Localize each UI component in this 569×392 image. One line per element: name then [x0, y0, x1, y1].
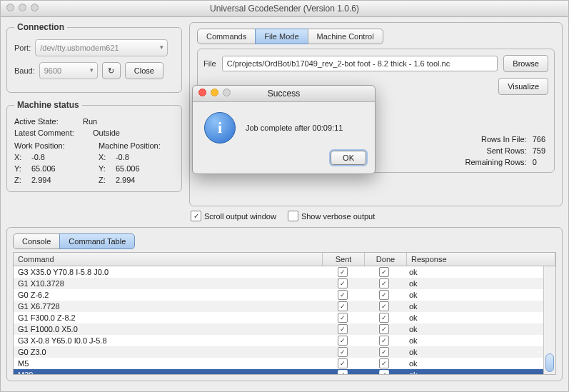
table-body: G3 X35.0 Y70.8 I-5.8 J0.0✓✓okG1 X10.3728… [14, 266, 543, 374]
checkbox-unchecked-icon [288, 211, 298, 221]
check-icon: ✓ [379, 290, 389, 300]
cell-response: ok [405, 358, 543, 368]
tab-console[interactable]: Console [13, 233, 60, 249]
verbose-output-label: Show verbose output [301, 212, 375, 221]
dialog-close-icon[interactable] [198, 89, 206, 96]
top-tabs: Commands File Mode Machine Control [197, 29, 555, 44]
cell-response: ok [405, 370, 543, 374]
machine-position-label: Machine Position: [99, 141, 174, 150]
table-row[interactable]: G0 Z3.0✓✓ok [14, 346, 543, 358]
zoom-window-icon[interactable] [31, 4, 39, 11]
tab-command-table[interactable]: Command Table [59, 233, 135, 249]
vertical-scrollbar[interactable] [543, 266, 555, 374]
sent-rows-value: 759 [533, 146, 545, 155]
connection-panel: Connection Port: /dev/tty.usbmodem621 ▾ … [6, 22, 182, 93]
scroll-output-label: Scroll output window [204, 212, 276, 221]
check-icon: ✓ [338, 370, 348, 374]
cell-response: ok [405, 267, 543, 277]
port-select[interactable]: /dev/tty.usbmodem621 ▾ [35, 39, 168, 56]
info-icon: i [204, 112, 236, 144]
tab-machine-control[interactable]: Machine Control [308, 29, 383, 44]
content-area: Connection Port: /dev/tty.usbmodem621 ▾ … [1, 16, 568, 391]
titlebar: Universal GcodeSender (Version 1.0.6) [1, 1, 568, 17]
connection-legend: Connection [14, 22, 67, 32]
scrollbar-thumb[interactable] [545, 353, 554, 372]
cell-command: G0 Z3.0 [14, 347, 322, 357]
cell-sent: ✓ [322, 358, 363, 369]
cell-command: G3 X-0.8 Y65.0 I0.0 J-5.8 [14, 336, 322, 346]
check-icon: ✓ [338, 278, 348, 288]
cell-sent: ✓ [322, 335, 363, 346]
cell-command: G1 F300.0 Z-8.2 [14, 313, 322, 323]
window-title: Universal GcodeSender (Version 1.0.6) [1, 4, 568, 14]
sent-rows-label: Sent Rows: [465, 146, 526, 155]
check-icon: ✓ [338, 347, 348, 357]
dialog-ok-button[interactable]: OK [331, 151, 366, 165]
refresh-button[interactable]: ↻ [102, 62, 121, 79]
verbose-output-checkbox[interactable]: Show verbose output [288, 211, 375, 221]
table-row[interactable]: G3 X35.0 Y70.8 I-5.8 J0.0✓✓ok [14, 266, 543, 278]
browse-button[interactable]: Browse [503, 55, 548, 72]
th-done[interactable]: Done [365, 253, 407, 266]
main-window: Universal GcodeSender (Version 1.0.6) Co… [0, 0, 569, 392]
check-icon: ✓ [379, 347, 389, 357]
cell-done: ✓ [363, 289, 405, 301]
th-response[interactable]: Response [407, 253, 555, 266]
cell-command: G1 X6.7728 [14, 301, 322, 311]
th-sent[interactable]: Sent [323, 253, 365, 266]
th-command[interactable]: Command [14, 253, 323, 266]
table-row[interactable]: M5✓✓ok [14, 358, 543, 369]
check-icon: ✓ [338, 301, 348, 311]
scroll-output-checkbox[interactable]: ✓ Scroll output window [191, 211, 276, 221]
remaining-rows-value: 0 [533, 158, 545, 166]
dialog-titlebar: Success [193, 86, 375, 102]
mach-y-label: Y: [99, 164, 111, 173]
cell-command: G3 X35.0 Y70.8 I-5.8 J0.0 [14, 267, 322, 277]
cell-response: ok [405, 290, 543, 300]
visualize-button[interactable]: Visualize [498, 78, 548, 95]
cell-response: ok [405, 324, 543, 334]
dialog-minimize-icon[interactable] [211, 89, 218, 96]
check-icon: ✓ [338, 358, 348, 368]
dialog-message: Job complete after 00:09:11 [246, 124, 343, 132]
cell-sent: ✓ [322, 266, 363, 278]
check-icon: ✓ [338, 267, 348, 277]
table-row[interactable]: G1 F1000.0 X5.0✓✓ok [14, 323, 543, 335]
work-y: 65.006 [31, 164, 56, 173]
table-row[interactable]: G0 Z-6.2✓✓ok [14, 289, 543, 301]
table-row[interactable]: G3 X-0.8 Y65.0 I0.0 J-5.8✓✓ok [14, 335, 543, 346]
bottom-tabs: Console Command Table [13, 233, 556, 249]
tab-commands[interactable]: Commands [197, 29, 256, 44]
check-icon: ✓ [338, 290, 348, 300]
close-connection-button[interactable]: Close [125, 62, 163, 79]
cell-response: ok [405, 313, 543, 323]
file-path-field[interactable]: C/projects/OrdBot/b17049_rev_2-bot foot … [222, 56, 498, 71]
table-row[interactable]: G1 X6.7728✓✓ok [14, 301, 543, 312]
active-state-value: Run [83, 117, 97, 126]
mach-x-label: X: [99, 153, 111, 161]
chevron-down-icon: ▾ [90, 66, 94, 74]
cell-sent: ✓ [322, 312, 363, 323]
baud-label: Baud: [14, 66, 35, 75]
cell-done: ✓ [363, 346, 405, 358]
cell-command: G0 Z-6.2 [14, 290, 322, 300]
check-icon: ✓ [379, 267, 389, 277]
machine-status-legend: Machine status [14, 100, 82, 110]
table-row[interactable]: M30✓✓ok [14, 369, 543, 374]
latest-comment-label: Latest Comment: [14, 129, 89, 137]
cell-done: ✓ [363, 312, 405, 323]
table-row[interactable]: G1 X10.3728✓✓ok [14, 278, 543, 289]
port-label: Port: [14, 44, 31, 52]
output-options: ✓ Scroll output window Show verbose outp… [191, 211, 563, 221]
work-z: 2.994 [31, 176, 51, 184]
dialog-window-controls [198, 89, 231, 96]
mach-y: 65.006 [116, 164, 140, 173]
check-icon: ✓ [379, 370, 389, 374]
check-icon: ✓ [338, 336, 348, 346]
tab-file-mode[interactable]: File Mode [255, 29, 308, 44]
close-window-icon[interactable] [6, 4, 14, 11]
minimize-window-icon[interactable] [19, 4, 26, 11]
baud-select[interactable]: 9600 ▾ [39, 62, 98, 79]
mach-z-label: Z: [99, 176, 111, 184]
table-row[interactable]: G1 F300.0 Z-8.2✓✓ok [14, 312, 543, 323]
